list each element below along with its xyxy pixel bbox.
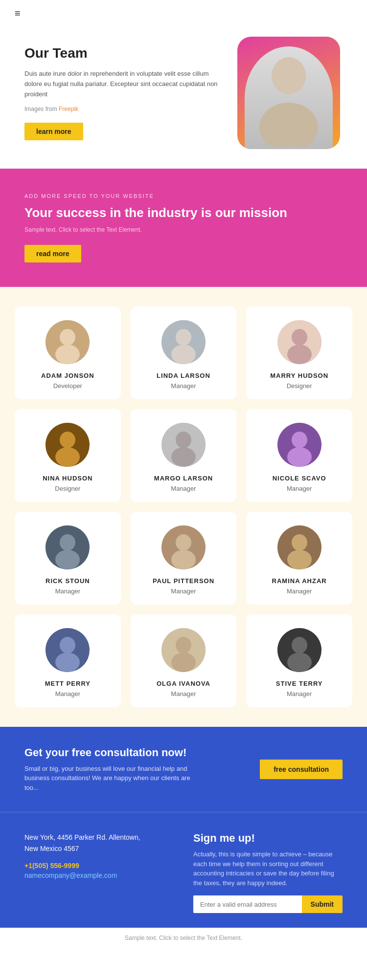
team-member-role: Developer bbox=[53, 382, 82, 390]
team-card: STIVE TERRYManager bbox=[246, 614, 352, 707]
team-grid: ADAM JONSONDeveloper LINDA LARSONManager… bbox=[15, 306, 352, 707]
team-avatar bbox=[161, 320, 206, 364]
team-card: RAMINA AHZARManager bbox=[246, 512, 352, 605]
hero-image bbox=[235, 37, 343, 149]
svg-point-31 bbox=[55, 653, 80, 672]
sign-up-heading: Sign me up! bbox=[193, 832, 343, 845]
freepik-note: Images from Freepik bbox=[24, 105, 220, 114]
team-card: NINA HUDSONDesigner bbox=[15, 409, 121, 502]
team-card: MARRY HUDSONDesigner bbox=[246, 306, 352, 399]
consultation-body: Small or big, your business will love ou… bbox=[24, 764, 191, 793]
team-member-name: LINDA LARSON bbox=[157, 372, 210, 379]
team-member-name: RICK STOUN bbox=[46, 577, 90, 585]
svg-point-28 bbox=[287, 550, 312, 569]
email-input[interactable] bbox=[193, 895, 302, 913]
svg-point-13 bbox=[55, 447, 80, 467]
svg-point-30 bbox=[60, 637, 75, 653]
pink-section: ADD MORE SPEED TO YOUR WEBSITE Your succ… bbox=[0, 169, 367, 287]
svg-point-0 bbox=[272, 57, 306, 94]
learn-more-button[interactable]: learn more bbox=[24, 123, 83, 140]
team-card: RICK STOUNManager bbox=[15, 512, 121, 605]
team-avatar bbox=[46, 423, 90, 467]
team-avatar bbox=[277, 423, 321, 467]
submit-button[interactable]: Submit bbox=[302, 895, 343, 913]
svg-point-19 bbox=[287, 447, 312, 467]
hero-body: Duis aute irure dolor in reprehenderit i… bbox=[24, 69, 220, 99]
pink-label: ADD MORE SPEED TO YOUR WEBSITE bbox=[24, 193, 343, 199]
footer-email: namecompany@example.com bbox=[24, 871, 174, 879]
consultation-text: Get your free consultation now! Small or… bbox=[24, 746, 191, 793]
team-card: ADAM JONSONDeveloper bbox=[15, 306, 121, 399]
svg-point-36 bbox=[292, 637, 307, 653]
svg-point-9 bbox=[292, 329, 307, 346]
footer-right: Sign me up! Actually, this is quite simp… bbox=[193, 832, 343, 913]
footer-bottom-text: Sample text. Click to select the Text El… bbox=[7, 935, 360, 941]
svg-point-1 bbox=[259, 103, 318, 147]
svg-point-3 bbox=[60, 329, 75, 346]
svg-point-25 bbox=[171, 550, 196, 569]
team-avatar bbox=[277, 320, 321, 364]
team-member-name: NINA HUDSON bbox=[43, 475, 92, 482]
team-card: PAUL PITTERSONManager bbox=[131, 512, 237, 605]
navbar: ≡ bbox=[0, 0, 367, 27]
team-avatar bbox=[46, 525, 90, 569]
hero-photo bbox=[237, 37, 340, 149]
team-avatar bbox=[161, 628, 206, 672]
team-member-role: Designer bbox=[287, 382, 312, 390]
team-member-name: OLGA IVANOVA bbox=[157, 680, 210, 687]
svg-point-7 bbox=[171, 345, 196, 364]
footer-phone: +1(505) 556-9999 bbox=[24, 862, 174, 870]
team-avatar bbox=[161, 525, 206, 569]
team-avatar bbox=[46, 628, 90, 672]
consultation-heading: Get your free consultation now! bbox=[24, 746, 191, 759]
team-member-name: RAMINA AHZAR bbox=[272, 577, 327, 585]
svg-point-10 bbox=[287, 345, 312, 364]
svg-point-21 bbox=[60, 534, 75, 551]
svg-point-24 bbox=[176, 534, 191, 551]
svg-point-34 bbox=[171, 653, 196, 672]
pink-heading: Your success in the industry is our miss… bbox=[24, 205, 343, 221]
svg-point-6 bbox=[176, 329, 191, 346]
team-member-role: Designer bbox=[55, 485, 80, 492]
svg-point-37 bbox=[287, 653, 312, 672]
team-member-role: Manager bbox=[55, 588, 80, 595]
footer-address: New York, 4456 Parker Rd. Allentown, New… bbox=[24, 832, 174, 854]
hero-person-silhouette bbox=[245, 46, 333, 149]
hero-section: Our Team Duis aute irure dolor in repreh… bbox=[0, 27, 367, 169]
pink-sub: Sample text. Click to select the Text El… bbox=[24, 226, 343, 233]
team-avatar bbox=[46, 320, 90, 364]
team-avatar bbox=[277, 525, 321, 569]
team-member-name: MARGO LARSON bbox=[154, 475, 213, 482]
team-member-role: Manager bbox=[171, 690, 196, 697]
team-member-name: ADAM JONSON bbox=[41, 372, 94, 379]
hero-text: Our Team Duis aute irure dolor in repreh… bbox=[24, 45, 235, 140]
footer-left: New York, 4456 Parker Rd. Allentown, New… bbox=[24, 832, 174, 913]
team-member-name: NICOLE SCAVO bbox=[273, 475, 326, 482]
svg-point-27 bbox=[292, 534, 307, 551]
email-form: Submit bbox=[193, 895, 343, 913]
svg-point-33 bbox=[176, 637, 191, 653]
team-card: NICOLE SCAVOManager bbox=[246, 409, 352, 502]
svg-point-22 bbox=[55, 550, 80, 569]
team-card: MARGO LARSONManager bbox=[131, 409, 237, 502]
footer-bottom: Sample text. Click to select the Text El… bbox=[0, 928, 367, 948]
consultation-section: Get your free consultation now! Small or… bbox=[0, 727, 367, 812]
team-member-role: Manager bbox=[55, 690, 80, 697]
read-more-button[interactable]: read more bbox=[24, 245, 81, 262]
team-member-role: Manager bbox=[287, 588, 312, 595]
team-member-role: Manager bbox=[287, 690, 312, 697]
svg-point-18 bbox=[292, 432, 307, 448]
team-avatar bbox=[161, 423, 206, 467]
hero-title: Our Team bbox=[24, 45, 220, 61]
free-consultation-button[interactable]: free consultation bbox=[260, 760, 343, 779]
team-member-role: Manager bbox=[171, 485, 196, 492]
team-member-name: MARRY HUDSON bbox=[270, 372, 328, 379]
team-avatar bbox=[277, 628, 321, 672]
team-section: ADAM JONSONDeveloper LINDA LARSONManager… bbox=[0, 287, 367, 727]
svg-point-15 bbox=[176, 432, 191, 448]
svg-point-16 bbox=[171, 447, 196, 467]
footer: New York, 4456 Parker Rd. Allentown, New… bbox=[0, 812, 367, 928]
team-member-role: Manager bbox=[287, 485, 312, 492]
hamburger-icon[interactable]: ≡ bbox=[15, 8, 21, 19]
freepik-link[interactable]: Freepik bbox=[59, 106, 78, 112]
